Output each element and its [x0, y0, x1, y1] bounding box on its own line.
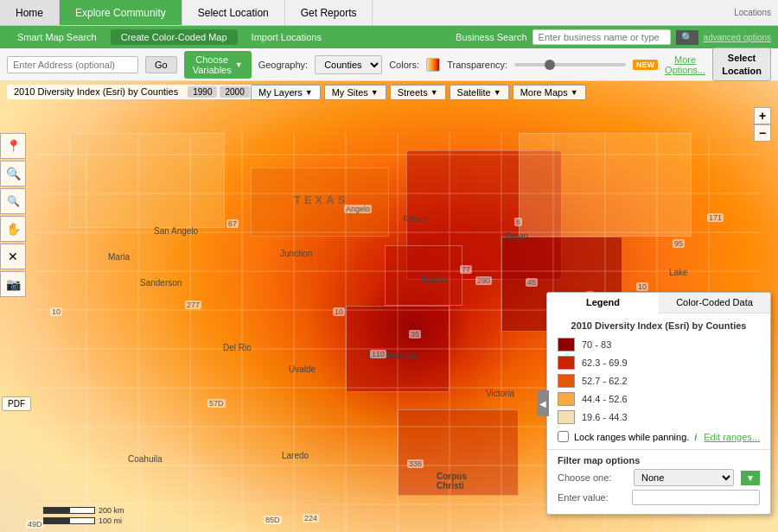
locations-text: Locations: [734, 8, 778, 17]
filter-enter-label: Enter value:: [558, 492, 625, 503]
advanced-options-link[interactable]: advanced options: [704, 33, 771, 42]
my-layers-arrow: ▼: [305, 88, 313, 97]
nav-smart-map[interactable]: Smart Map Search: [7, 29, 107, 45]
filter-dropdown-button[interactable]: ▼: [741, 471, 760, 485]
map-container[interactable]: 2010 Diversity Index (Esri) by Counties …: [0, 81, 778, 532]
business-search-label: Business Search: [456, 32, 527, 42]
filter-title: Filter map options: [558, 455, 760, 466]
more-options-button[interactable]: More Options...: [665, 54, 705, 75]
map-toolbar: 📍 🔍 🔍 ✋ ✕ 📷: [0, 133, 26, 297]
legend-panel: ◀ Legend Color-Coded Data 2010 Diversity…: [546, 292, 771, 515]
nav-create-map[interactable]: Create Color-Coded Map: [111, 29, 238, 45]
transparency-label: Transparency:: [447, 60, 507, 70]
legend-swatch-1: [558, 338, 575, 352]
tab-explore-community[interactable]: Explore Community: [60, 0, 182, 25]
address-input[interactable]: [7, 56, 138, 73]
zoom-in-button[interactable]: +: [754, 107, 771, 124]
legend-item-4: 44.4 - 52.6: [558, 392, 760, 406]
legend-item-5: 19.6 - 44.3: [558, 410, 760, 424]
filter-choose-row: Choose one: None ▼: [558, 469, 760, 486]
streets-arrow: ▼: [430, 88, 438, 97]
legend-content: 2010 Diversity Index (Esri) by Counties …: [547, 314, 770, 449]
lock-ranges-row: Lock ranges while panning. i Edit ranges…: [558, 431, 760, 442]
scale-graphic-mi: [43, 517, 95, 524]
scale-text-km: 200 km: [99, 506, 124, 515]
controls-bar: Go Choose Variables ▼ Geography: Countie…: [0, 48, 778, 81]
legend-swatch-4: [558, 392, 575, 406]
scale-mi: 100 mi: [43, 516, 124, 525]
geography-select[interactable]: Counties: [315, 55, 382, 74]
search-button[interactable]: 🔍: [676, 30, 698, 45]
filter-choose-label: Choose one:: [558, 472, 627, 483]
legend-swatch-3: [558, 374, 575, 388]
dropdown-arrow-icon: ▼: [235, 60, 243, 69]
satellite-arrow: ▼: [494, 88, 501, 97]
my-sites-button[interactable]: My Sites ▼: [324, 85, 386, 100]
camera-tool[interactable]: 📷: [0, 271, 26, 297]
satellite-button[interactable]: Satellite ▼: [450, 85, 509, 100]
zoom-controls: + −: [754, 107, 771, 142]
legend-item-1: 70 - 83: [558, 338, 760, 352]
edit-ranges-link[interactable]: Edit ranges...: [704, 432, 760, 442]
legend-tabs: Legend Color-Coded Data: [547, 293, 770, 314]
map-overlay-buttons: My Layers ▼ My Sites ▼ Streets ▼ Satelli…: [251, 85, 586, 100]
scale-graphic-km: [43, 507, 95, 514]
legend-title: 2010 Diversity Index (Esri) by Counties: [558, 320, 760, 331]
filter-enter-input[interactable]: [632, 490, 760, 505]
location-tool[interactable]: 📍: [0, 133, 26, 159]
scale-bar: 200 km 100 mi: [43, 506, 124, 525]
colors-label: Colors:: [389, 60, 419, 70]
filter-choose-select[interactable]: None: [634, 469, 734, 486]
filter-section: Filter map options Choose one: None ▼ En…: [547, 449, 770, 514]
geography-label: Geography:: [258, 60, 308, 70]
choose-variables-button[interactable]: Choose Variables ▼: [184, 51, 252, 79]
select-location-button[interactable]: Select Location: [712, 48, 771, 81]
nav-import-locations[interactable]: Import Locations: [241, 29, 332, 45]
my-layers-button[interactable]: My Layers ▼: [251, 85, 321, 100]
more-maps-button[interactable]: More Maps ▼: [513, 85, 586, 100]
legend-range-2: 62.3 - 69.9: [582, 358, 628, 368]
tab-home[interactable]: Home: [0, 0, 60, 25]
color-gradient[interactable]: [426, 58, 440, 72]
filter-enter-row: Enter value:: [558, 490, 760, 505]
legend-swatch-2: [558, 356, 575, 370]
year-1990[interactable]: 1990: [188, 86, 217, 98]
lock-ranges-checkbox[interactable]: [558, 431, 569, 442]
go-button[interactable]: Go: [145, 56, 177, 73]
pan-tool[interactable]: ✋: [0, 216, 26, 242]
zoom-out-tool[interactable]: 🔍: [0, 188, 26, 214]
top-nav: Home Explore Community Select Location G…: [0, 0, 778, 26]
legend-range-5: 19.6 - 44.3: [582, 412, 628, 422]
more-maps-arrow: ▼: [571, 88, 578, 97]
scale-text-mi: 100 mi: [99, 516, 122, 525]
legend-range-3: 52.7 - 62.2: [582, 376, 628, 386]
business-search-input[interactable]: [532, 29, 671, 45]
crosshair-tool[interactable]: ✕: [0, 244, 26, 269]
legend-item-3: 52.7 - 62.2: [558, 374, 760, 388]
new-badge: NEW: [633, 60, 658, 70]
year-2000[interactable]: 2000: [220, 86, 249, 98]
tab-get-reports[interactable]: Get Reports: [285, 0, 373, 25]
tab-select-location[interactable]: Select Location: [182, 0, 285, 25]
pdf-button[interactable]: PDF: [2, 396, 31, 411]
streets-button[interactable]: Streets ▼: [390, 85, 446, 100]
transparency-slider[interactable]: [514, 63, 626, 66]
business-search-area: Business Search 🔍 advanced options: [456, 29, 771, 45]
my-sites-arrow: ▼: [371, 88, 379, 97]
zoom-out-button[interactable]: −: [754, 124, 771, 142]
zoom-in-tool[interactable]: 🔍: [0, 161, 26, 187]
legend-range-4: 44.4 - 52.6: [582, 394, 628, 404]
legend-range-1: 70 - 83: [582, 339, 611, 350]
legend-item-2: 62.3 - 69.9: [558, 356, 760, 370]
second-nav: Smart Map Search Create Color-Coded Map …: [0, 26, 778, 48]
legend-tab-color-coded[interactable]: Color-Coded Data: [659, 293, 770, 313]
legend-collapse-button[interactable]: ◀: [537, 390, 549, 416]
legend-tab-legend[interactable]: Legend: [547, 293, 659, 314]
info-icon[interactable]: i: [694, 432, 697, 442]
scale-km: 200 km: [43, 506, 124, 515]
legend-swatch-5: [558, 410, 575, 424]
